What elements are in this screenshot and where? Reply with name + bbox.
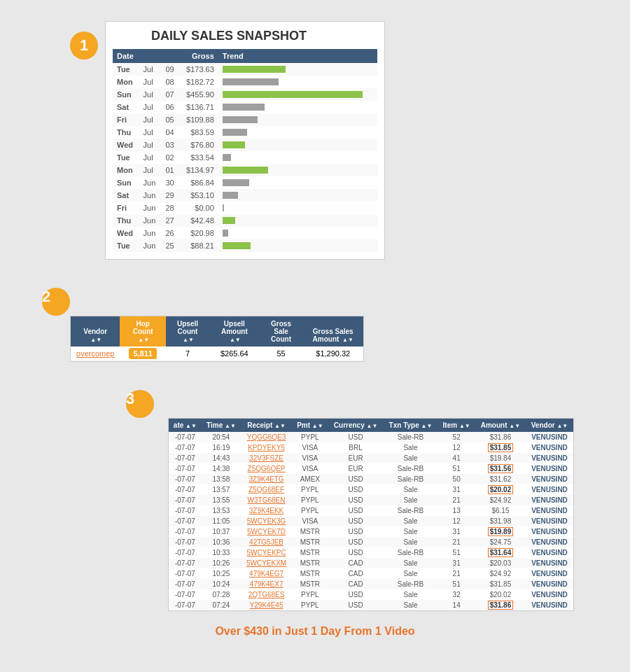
sales-row: Fri Jul 05 $109.88 <box>113 113 377 126</box>
sales-row: Mon Jul 01 $134.97 <box>113 164 377 176</box>
trend-cell <box>218 202 377 214</box>
day-cell: Tue <box>113 239 139 252</box>
trend-bar <box>223 129 247 136</box>
txn-receipt[interactable]: 479K4EX7 <box>241 579 292 589</box>
txn-vendor: VENUSIND <box>526 432 573 442</box>
txn-date: -07-07 <box>169 589 202 600</box>
date-cell: 07 <box>161 88 179 101</box>
txn-row: -07-07 14:38 Z5QG6QEP VISA EUR Sale-RB 5… <box>169 463 573 474</box>
txn-vendor: VENUSIND <box>526 589 573 600</box>
gross-cell: $136.71 <box>179 101 218 113</box>
month-cell: Jun <box>139 189 162 202</box>
txn-time: 07:28 <box>202 589 241 600</box>
txn-time: 13:55 <box>202 495 241 505</box>
day-cell: Thu <box>113 126 139 139</box>
trend-cell <box>218 176 377 189</box>
txn-pmt: PYPL <box>292 589 328 600</box>
txn-vendor: VENUSIND <box>526 516 573 526</box>
txn-pmt: MSTR <box>292 568 328 579</box>
txn-receipt[interactable]: W3TG68EN <box>241 495 292 505</box>
txn-amount: $19.84 <box>475 453 526 463</box>
trend-cell <box>218 113 377 126</box>
txn-receipt[interactable]: 2QTG68ES <box>241 589 292 600</box>
trend-bar <box>223 91 363 98</box>
txn-receipt[interactable]: Z5QG6QEP <box>241 463 292 474</box>
txn-pmt: PYPL <box>292 495 328 505</box>
txn-pmt: PYPL <box>292 432 328 442</box>
trend-cell <box>218 76 377 88</box>
txn-row: -07-07 07:28 2QTG68ES PYPL USD Sale 32 $… <box>169 589 573 600</box>
txn-time: 11:05 <box>202 516 241 526</box>
month-cell: Jul <box>139 164 162 176</box>
txn-time: 14:43 <box>202 453 241 463</box>
sales-row: Wed Jun 26 $20.98 <box>113 227 377 239</box>
trend-bar <box>223 116 258 123</box>
txn-type: Sale-RB <box>383 474 438 484</box>
trend-bar <box>223 204 224 211</box>
txn-vendor: VENUSIND <box>526 537 573 547</box>
txn-currency: CAD <box>328 568 384 579</box>
txn-date: -07-07 <box>169 568 202 579</box>
day-cell: Mon <box>113 164 139 176</box>
txn-currency: USD <box>328 600 384 610</box>
day-cell: Wed <box>113 227 139 239</box>
sales-row: Thu Jun 27 $42.48 <box>113 214 377 227</box>
txn-receipt[interactable]: Z5QG68EF <box>241 484 292 495</box>
txn-receipt[interactable]: 5WCYEKXM <box>241 558 292 568</box>
txn-currency: USD <box>328 589 384 600</box>
txn-pmt: PYPL <box>292 484 328 495</box>
txn-receipt[interactable]: 3Z9K4ETG <box>241 474 292 484</box>
txn-receipt[interactable]: Y29K4E45 <box>241 600 292 610</box>
txn-type: Sale <box>383 568 438 579</box>
month-cell: Jul <box>139 126 162 139</box>
hop-vendor[interactable]: overcomep <box>71 346 120 361</box>
txn-currency: USD <box>328 537 384 547</box>
day-cell: Fri <box>113 113 139 126</box>
gross-cell: $83.59 <box>179 126 218 139</box>
txn-header: Pmt ▲▼ <box>292 419 328 432</box>
txn-date: -07-07 <box>169 579 202 589</box>
txn-row: -07-07 10:36 42TG5JEB MSTR USD Sale 21 $… <box>169 537 573 547</box>
day-cell: Mon <box>113 76 139 88</box>
trend-bar <box>223 154 231 161</box>
txn-receipt[interactable]: 3Z9K4EKK <box>241 505 292 516</box>
txn-item: 51 <box>438 547 475 558</box>
txn-receipt[interactable]: 5WCYEK3G <box>241 516 292 526</box>
txn-receipt[interactable]: YQGG6QE3 <box>241 432 292 442</box>
hop-upsell-count: 7 <box>166 346 209 361</box>
hop-upsell-amount: $265.64 <box>209 346 260 361</box>
sales-row: Sat Jul 06 $136.71 <box>113 101 377 113</box>
txn-receipt[interactable]: KPDYEKY5 <box>241 442 292 453</box>
txn-row: -07-07 13:58 3Z9K4ETG AMEX USD Sale-RB 5… <box>169 474 573 484</box>
txn-date: -07-07 <box>169 516 202 526</box>
txn-receipt[interactable]: 32V3FSZE <box>241 453 292 463</box>
txn-amount: $24.92 <box>475 568 526 579</box>
txn-vendor: VENUSIND <box>526 579 573 589</box>
txn-receipt[interactable]: 479K4EG7 <box>241 568 292 579</box>
section3-panel: ate ▲▼Time ▲▼Receipt ▲▼Pmt ▲▼Currency ▲▼… <box>168 418 574 611</box>
section2-panel: Vendor ▲▼ Hop Count ▲▼ Upsell Count ▲▼ U… <box>70 316 364 362</box>
trend-bar <box>223 217 235 224</box>
txn-date: -07-07 <box>169 432 202 442</box>
txn-receipt[interactable]: 5WCYEK7D <box>241 526 292 537</box>
txn-type: Sale <box>383 453 438 463</box>
txn-type: Sale <box>383 495 438 505</box>
gross-cell: $88.21 <box>179 239 218 252</box>
txn-row: -07-07 10:24 479K4EX7 MSTR CAD Sale-RB 5… <box>169 579 573 589</box>
hop-table: Vendor ▲▼ Hop Count ▲▼ Upsell Count ▲▼ U… <box>71 316 363 361</box>
txn-amount: $31.56 <box>475 463 526 474</box>
month-cell: Jul <box>139 151 162 164</box>
txn-row: -07-07 13:53 3Z9K4EKK PYPL USD Sale-RB 1… <box>169 505 573 516</box>
txn-row: -07-07 13:57 Z5QG68EF PYPL USD Sale 31 $… <box>169 484 573 495</box>
txn-amount: $20.02 <box>475 484 526 495</box>
txn-type: Sale <box>383 526 438 537</box>
txn-header: Time ▲▼ <box>202 419 241 432</box>
sales-row: Tue Jun 25 $88.21 <box>113 239 377 252</box>
txn-header: Amount ▲▼ <box>475 419 526 432</box>
day-cell: Sun <box>113 88 139 101</box>
txn-receipt[interactable]: 42TG5JEB <box>241 537 292 547</box>
txn-time: 20:54 <box>202 432 241 442</box>
txn-receipt[interactable]: 5WCYEKPC <box>241 547 292 558</box>
txn-vendor: VENUSIND <box>526 600 573 610</box>
trend-cell <box>218 227 377 239</box>
